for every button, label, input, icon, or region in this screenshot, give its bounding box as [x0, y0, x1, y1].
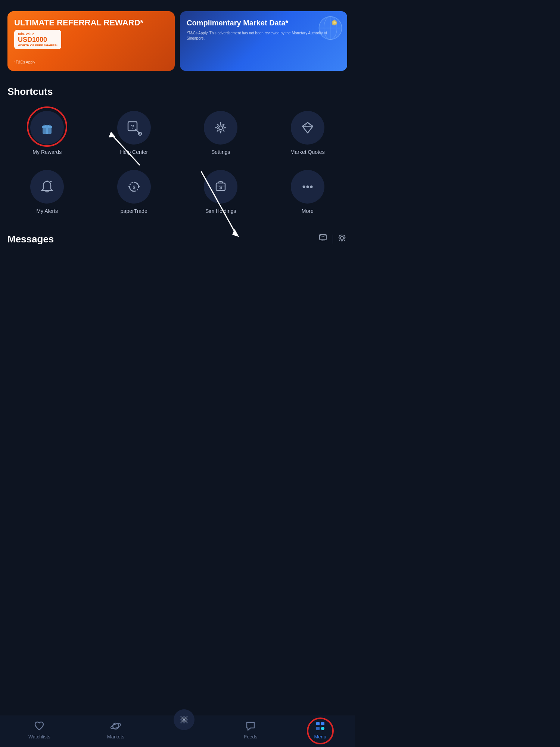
svg-point-10 — [46, 125, 48, 127]
svg-text:$: $ — [220, 185, 223, 190]
svg-text:$: $ — [133, 185, 136, 190]
referral-tac: *T&Cs Apply — [14, 60, 168, 64]
referral-banner[interactable]: ULTIMATE REFERRAL REWARD* min. value USD… — [7, 11, 175, 71]
paper-trade-label: paperTrade — [121, 208, 147, 214]
shortcut-more[interactable]: More — [264, 162, 351, 221]
worth-label: WORTH OF FREE SHARES* — [18, 44, 57, 47]
sim-holdings-icon: $ — [212, 179, 229, 195]
svg-point-14 — [219, 126, 223, 130]
help-center-label: Help Center — [120, 149, 148, 155]
svg-point-30 — [310, 186, 312, 188]
my-rewards-icon-bg — [30, 111, 64, 145]
svg-text:?: ? — [131, 124, 134, 130]
referral-banner-title: ULTIMATE REFERRAL REWARD* — [14, 18, 168, 28]
bell-icon — [39, 179, 55, 195]
globe-icon — [317, 15, 343, 41]
shortcuts-grid: My Rewards ? Help Center — [0, 103, 355, 225]
svg-point-36 — [340, 236, 343, 239]
shortcut-settings[interactable]: Settings — [177, 103, 264, 162]
my-alerts-icon-bg — [30, 170, 64, 204]
market-quotes-icon-bg — [291, 111, 324, 145]
svg-point-5 — [333, 21, 336, 25]
svg-point-6 — [335, 22, 336, 23]
my-alerts-label: My Alerts — [36, 208, 58, 214]
my-rewards-label: My Rewards — [32, 149, 62, 155]
paper-trade-icon-bg: $ — [117, 170, 151, 204]
market-quotes-label: Market Quotes — [290, 149, 325, 155]
shortcut-sim-holdings[interactable]: $ Sim Holdings — [177, 162, 264, 221]
svg-marker-23 — [139, 186, 140, 188]
shortcut-my-rewards[interactable]: My Rewards — [4, 103, 91, 162]
messages-actions — [318, 233, 347, 245]
usd-amount: USD1000 — [18, 36, 57, 44]
messages-section: Messages — [0, 225, 355, 253]
diamond-icon — [299, 120, 316, 136]
message-box-icon[interactable] — [318, 233, 329, 245]
svg-marker-24 — [128, 186, 130, 188]
settings-label: Settings — [211, 149, 230, 155]
settings-icon — [212, 120, 229, 136]
svg-line-33 — [323, 235, 326, 237]
help-center-icon-bg: ? — [117, 111, 151, 145]
paper-trade-icon: $ — [126, 179, 142, 195]
svg-line-32 — [320, 235, 323, 237]
svg-marker-16 — [302, 123, 313, 133]
min-value-label: min. value — [18, 32, 57, 36]
svg-point-28 — [302, 186, 305, 188]
shortcuts-section: Shortcuts — [0, 78, 355, 225]
usd-box: min. value USD1000 WORTH OF FREE SHARES* — [14, 30, 61, 49]
messages-divider — [333, 235, 333, 244]
svg-rect-9 — [46, 126, 48, 134]
more-icon-bg — [291, 170, 324, 204]
more-label: More — [302, 208, 314, 214]
settings-icon-bg — [204, 111, 237, 145]
sim-holdings-label: Sim Holdings — [205, 208, 236, 214]
messages-header: Messages — [7, 233, 347, 245]
svg-point-29 — [306, 186, 309, 188]
more-icon — [299, 179, 316, 195]
help-icon: ? — [126, 120, 142, 136]
market-banner[interactable]: Complimentary Market Data* *T&Cs Apply. … — [180, 11, 347, 71]
main-content: ULTIMATE REFERRAL REWARD* min. value USD… — [0, 0, 355, 298]
sim-holdings-icon-bg: $ — [204, 170, 237, 204]
shortcut-help-center[interactable]: ? Help Center — [91, 103, 178, 162]
shortcuts-title: Shortcuts — [0, 78, 355, 103]
settings-gear-icon[interactable] — [337, 233, 347, 245]
shortcut-market-quotes[interactable]: Market Quotes — [264, 103, 351, 162]
shortcut-paper-trade[interactable]: $ paperTrade — [91, 162, 178, 221]
messages-title: Messages — [7, 233, 54, 245]
gift-icon — [39, 120, 55, 136]
banners-section: ULTIMATE REFERRAL REWARD* min. value USD… — [0, 0, 355, 78]
shortcut-my-alerts[interactable]: My Alerts — [4, 162, 91, 221]
